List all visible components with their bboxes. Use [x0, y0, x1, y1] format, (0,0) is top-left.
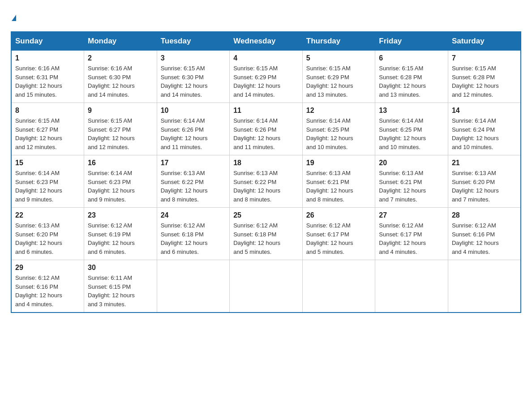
- day-cell: 12 Sunrise: 6:14 AMSunset: 6:25 PMDaylig…: [302, 103, 375, 155]
- day-number: 5: [306, 54, 372, 62]
- day-number: 20: [379, 159, 444, 167]
- day-number: 1: [15, 54, 80, 62]
- day-cell: [230, 260, 303, 313]
- day-number: 14: [452, 107, 517, 115]
- day-cell: 28 Sunrise: 6:12 AMSunset: 6:16 PMDaylig…: [448, 208, 521, 260]
- day-cell: 25 Sunrise: 6:12 AMSunset: 6:18 PMDaylig…: [230, 208, 303, 260]
- day-number: 3: [161, 54, 226, 62]
- day-number: 21: [452, 159, 517, 167]
- day-cell: 15 Sunrise: 6:14 AMSunset: 6:23 PMDaylig…: [11, 155, 84, 208]
- day-info: Sunrise: 6:13 AMSunset: 6:21 PMDaylight:…: [379, 170, 426, 203]
- week-row-2: 8 Sunrise: 6:15 AMSunset: 6:27 PMDayligh…: [11, 103, 521, 155]
- day-cell: 17 Sunrise: 6:13 AMSunset: 6:22 PMDaylig…: [157, 155, 230, 208]
- day-cell: 1 Sunrise: 6:16 AMSunset: 6:31 PMDayligh…: [11, 51, 84, 103]
- day-info: Sunrise: 6:15 AMSunset: 6:29 PMDaylight:…: [306, 65, 353, 98]
- day-cell: 2 Sunrise: 6:16 AMSunset: 6:30 PMDayligh…: [84, 51, 157, 103]
- day-info: Sunrise: 6:13 AMSunset: 6:20 PMDaylight:…: [452, 170, 499, 203]
- day-info: Sunrise: 6:15 AMSunset: 6:28 PMDaylight:…: [379, 65, 426, 98]
- day-cell: 26 Sunrise: 6:12 AMSunset: 6:17 PMDaylig…: [302, 208, 375, 260]
- day-number: 26: [306, 211, 372, 219]
- day-number: 23: [88, 211, 153, 219]
- day-number: 9: [88, 107, 153, 115]
- day-cell: [157, 260, 230, 313]
- day-info: Sunrise: 6:14 AMSunset: 6:25 PMDaylight:…: [306, 117, 353, 150]
- day-cell: 30 Sunrise: 6:11 AMSunset: 6:15 PMDaylig…: [84, 260, 157, 313]
- day-info: Sunrise: 6:12 AMSunset: 6:17 PMDaylight:…: [379, 222, 426, 255]
- day-number: 12: [306, 107, 372, 115]
- day-number: 17: [161, 159, 226, 167]
- day-info: Sunrise: 6:13 AMSunset: 6:20 PMDaylight:…: [15, 222, 62, 255]
- day-cell: 24 Sunrise: 6:12 AMSunset: 6:18 PMDaylig…: [157, 208, 230, 260]
- day-info: Sunrise: 6:12 AMSunset: 6:17 PMDaylight:…: [306, 222, 353, 255]
- day-number: 8: [15, 107, 80, 115]
- day-number: 7: [452, 54, 517, 62]
- header-cell-monday: Monday: [84, 32, 157, 51]
- day-number: 28: [452, 211, 517, 219]
- day-cell: 13 Sunrise: 6:14 AMSunset: 6:25 PMDaylig…: [375, 103, 448, 155]
- day-cell: 9 Sunrise: 6:15 AMSunset: 6:27 PMDayligh…: [84, 103, 157, 155]
- logo-text: [11, 11, 16, 23]
- day-cell: 20 Sunrise: 6:13 AMSunset: 6:21 PMDaylig…: [375, 155, 448, 208]
- day-info: Sunrise: 6:16 AMSunset: 6:30 PMDaylight:…: [88, 65, 135, 98]
- day-info: Sunrise: 6:16 AMSunset: 6:31 PMDaylight:…: [15, 65, 62, 98]
- week-row-4: 22 Sunrise: 6:13 AMSunset: 6:20 PMDaylig…: [11, 208, 521, 260]
- day-number: 22: [15, 211, 80, 219]
- day-cell: 10 Sunrise: 6:14 AMSunset: 6:26 PMDaylig…: [157, 103, 230, 155]
- day-cell: 4 Sunrise: 6:15 AMSunset: 6:29 PMDayligh…: [230, 51, 303, 103]
- day-number: 10: [161, 107, 226, 115]
- day-cell: [302, 260, 375, 313]
- day-info: Sunrise: 6:12 AMSunset: 6:18 PMDaylight:…: [161, 222, 208, 255]
- day-number: 24: [161, 211, 226, 219]
- day-cell: [448, 260, 521, 313]
- day-cell: 22 Sunrise: 6:13 AMSunset: 6:20 PMDaylig…: [11, 208, 84, 260]
- week-row-1: 1 Sunrise: 6:16 AMSunset: 6:31 PMDayligh…: [11, 51, 521, 103]
- day-number: 19: [306, 159, 372, 167]
- day-info: Sunrise: 6:15 AMSunset: 6:27 PMDaylight:…: [15, 117, 62, 150]
- day-cell: 27 Sunrise: 6:12 AMSunset: 6:17 PMDaylig…: [375, 208, 448, 260]
- day-number: 2: [88, 54, 153, 62]
- day-cell: 11 Sunrise: 6:14 AMSunset: 6:26 PMDaylig…: [230, 103, 303, 155]
- day-info: Sunrise: 6:14 AMSunset: 6:26 PMDaylight:…: [161, 117, 208, 150]
- day-info: Sunrise: 6:12 AMSunset: 6:16 PMDaylight:…: [452, 222, 499, 255]
- day-cell: 23 Sunrise: 6:12 AMSunset: 6:19 PMDaylig…: [84, 208, 157, 260]
- day-number: 18: [233, 159, 299, 167]
- day-cell: 6 Sunrise: 6:15 AMSunset: 6:28 PMDayligh…: [375, 51, 448, 103]
- calendar-header: SundayMondayTuesdayWednesdayThursdayFrid…: [11, 32, 521, 51]
- header-row: SundayMondayTuesdayWednesdayThursdayFrid…: [11, 32, 521, 51]
- header-cell-saturday: Saturday: [448, 32, 521, 51]
- day-number: 13: [379, 107, 444, 115]
- day-cell: 14 Sunrise: 6:14 AMSunset: 6:24 PMDaylig…: [448, 103, 521, 155]
- logo: [11, 11, 16, 23]
- day-info: Sunrise: 6:12 AMSunset: 6:16 PMDaylight:…: [15, 274, 62, 308]
- day-cell: 8 Sunrise: 6:15 AMSunset: 6:27 PMDayligh…: [11, 103, 84, 155]
- day-info: Sunrise: 6:12 AMSunset: 6:19 PMDaylight:…: [88, 222, 135, 255]
- week-row-5: 29 Sunrise: 6:12 AMSunset: 6:16 PMDaylig…: [11, 260, 521, 313]
- day-info: Sunrise: 6:14 AMSunset: 6:23 PMDaylight:…: [15, 170, 62, 203]
- page-header: [11, 11, 521, 23]
- day-info: Sunrise: 6:13 AMSunset: 6:21 PMDaylight:…: [306, 170, 353, 203]
- day-cell: 18 Sunrise: 6:13 AMSunset: 6:22 PMDaylig…: [230, 155, 303, 208]
- logo-triangle: [12, 15, 16, 21]
- day-info: Sunrise: 6:15 AMSunset: 6:29 PMDaylight:…: [233, 65, 280, 98]
- day-number: 11: [233, 107, 299, 115]
- header-cell-sunday: Sunday: [11, 32, 84, 51]
- header-cell-tuesday: Tuesday: [157, 32, 230, 51]
- day-number: 29: [15, 264, 80, 272]
- day-number: 4: [233, 54, 299, 62]
- day-cell: 21 Sunrise: 6:13 AMSunset: 6:20 PMDaylig…: [448, 155, 521, 208]
- day-cell: [375, 260, 448, 313]
- day-cell: 29 Sunrise: 6:12 AMSunset: 6:16 PMDaylig…: [11, 260, 84, 313]
- day-info: Sunrise: 6:14 AMSunset: 6:24 PMDaylight:…: [452, 117, 499, 150]
- day-info: Sunrise: 6:12 AMSunset: 6:18 PMDaylight:…: [233, 222, 280, 255]
- day-number: 15: [15, 159, 80, 167]
- week-row-3: 15 Sunrise: 6:14 AMSunset: 6:23 PMDaylig…: [11, 155, 521, 208]
- header-cell-friday: Friday: [375, 32, 448, 51]
- calendar-table: SundayMondayTuesdayWednesdayThursdayFrid…: [11, 31, 521, 313]
- day-cell: 16 Sunrise: 6:14 AMSunset: 6:23 PMDaylig…: [84, 155, 157, 208]
- day-cell: 5 Sunrise: 6:15 AMSunset: 6:29 PMDayligh…: [302, 51, 375, 103]
- day-info: Sunrise: 6:14 AMSunset: 6:23 PMDaylight:…: [88, 170, 135, 203]
- day-info: Sunrise: 6:15 AMSunset: 6:27 PMDaylight:…: [88, 117, 135, 150]
- day-number: 25: [233, 211, 299, 219]
- day-info: Sunrise: 6:11 AMSunset: 6:15 PMDaylight:…: [88, 274, 135, 308]
- day-info: Sunrise: 6:13 AMSunset: 6:22 PMDaylight:…: [161, 170, 208, 203]
